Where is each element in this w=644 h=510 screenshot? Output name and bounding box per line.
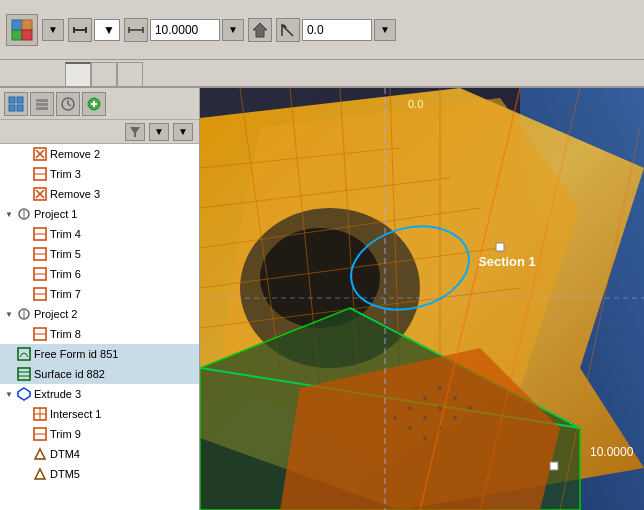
item-icon-dtm5	[32, 466, 48, 482]
item-icon-trim8	[32, 326, 48, 342]
svg-point-90	[453, 396, 457, 400]
tree-item-trim6[interactable]: Trim 6	[0, 264, 199, 284]
model-tree-header: ▼ ▼	[0, 120, 199, 144]
svg-marker-57	[35, 449, 45, 459]
item-label-trim5: Trim 5	[50, 248, 81, 260]
item-label-remove3: Remove 3	[50, 188, 100, 200]
viewport[interactable]: Section 1 10.0000 Individual Surfaces 0.…	[200, 88, 644, 510]
item-icon-trim4	[32, 226, 48, 242]
item-icon-remove2	[32, 146, 48, 162]
arrow-icon[interactable]	[248, 18, 272, 42]
tab-properties[interactable]	[117, 62, 143, 86]
svg-rect-84	[550, 462, 558, 470]
model-tree-settings-btn[interactable]: ▼	[149, 123, 169, 141]
expand-btn-project1[interactable]: ▼	[4, 209, 14, 219]
app-icon[interactable]	[6, 14, 38, 46]
item-label-trim7: Trim 7	[50, 288, 81, 300]
item-label-trim8: Trim 8	[50, 328, 81, 340]
item-label-trim9: Trim 9	[50, 428, 81, 440]
item-icon-trim6	[32, 266, 48, 282]
section-type-dropdown[interactable]: ▼	[94, 19, 120, 41]
item-label-freeform851: Free Form id 851	[34, 348, 118, 360]
tree-item-extrude3[interactable]: ▼Extrude 3	[0, 384, 199, 404]
svg-point-98	[393, 416, 397, 420]
tree-item-freeform851[interactable]: Free Form id 851	[0, 344, 199, 364]
svg-marker-10	[253, 23, 267, 37]
tab-references[interactable]	[65, 62, 91, 86]
tree-item-project2[interactable]: ▼Project 2	[0, 304, 199, 324]
item-label-intersect1: Intersect 1	[50, 408, 101, 420]
item-label-project1: Project 1	[34, 208, 77, 220]
value-input-1[interactable]	[150, 19, 220, 41]
toolbar-btn-1[interactable]: ▼	[42, 19, 64, 41]
svg-point-95	[408, 406, 412, 410]
model-tree-expand-btn[interactable]: ▼	[173, 123, 193, 141]
value-dropdown-btn-1[interactable]: ▼	[222, 19, 244, 41]
item-label-remove2: Remove 2	[50, 148, 100, 160]
panel-icons-row	[0, 88, 199, 120]
svg-rect-12	[17, 97, 23, 103]
tree-item-trim9[interactable]: Trim 9	[0, 424, 199, 444]
svg-rect-48	[18, 368, 30, 380]
svg-text:10.0000: 10.0000	[590, 445, 634, 459]
tree-item-trim7[interactable]: Trim 7	[0, 284, 199, 304]
svg-point-99	[408, 426, 412, 430]
expand-btn-trim8	[20, 329, 30, 339]
svg-rect-2	[12, 30, 22, 40]
tab-options[interactable]	[91, 62, 117, 86]
expand-btn-surface882	[4, 369, 14, 379]
tree-item-project1[interactable]: ▼Project 1	[0, 204, 199, 224]
tree-item-trim4[interactable]: Trim 4	[0, 224, 199, 244]
expand-btn-trim5	[20, 249, 30, 259]
expand-btn-extrude3[interactable]: ▼	[4, 389, 14, 399]
tree-item-trim8[interactable]: Trim 8	[0, 324, 199, 344]
svg-point-92	[423, 396, 427, 400]
value-input-2[interactable]	[302, 19, 372, 41]
tree-item-dtm4[interactable]: DTM4	[0, 444, 199, 464]
expand-btn-freeform851	[4, 349, 14, 359]
expand-btn-trim4	[20, 229, 30, 239]
svg-rect-3	[22, 30, 32, 40]
tree-icon-4[interactable]	[82, 92, 106, 116]
item-icon-remove3	[32, 186, 48, 202]
svg-marker-24	[130, 127, 140, 137]
item-label-trim6: Trim 6	[50, 268, 81, 280]
tree-item-remove3[interactable]: Remove 3	[0, 184, 199, 204]
tree-item-dtm5[interactable]: DTM5	[0, 464, 199, 484]
tree-item-trim5[interactable]: Trim 5	[0, 244, 199, 264]
svg-point-93	[438, 406, 442, 410]
measure-icon[interactable]	[68, 18, 92, 42]
svg-line-20	[68, 104, 71, 106]
expand-btn-intersect1	[20, 409, 30, 419]
expand-btn-project2[interactable]: ▼	[4, 309, 14, 319]
tree-item-trim3[interactable]: Trim 3	[0, 164, 199, 184]
model-tree-filter-btn[interactable]	[125, 123, 145, 141]
tree-icon-1[interactable]	[4, 92, 28, 116]
value-dropdown-btn-2[interactable]: ▼	[374, 19, 396, 41]
tree-item-remove2[interactable]: Remove 2	[0, 144, 199, 164]
svg-rect-16	[36, 103, 48, 106]
expand-btn-dtm4	[20, 449, 30, 459]
svg-marker-51	[18, 388, 30, 400]
tree-item-surface882[interactable]: Surface id 882	[0, 364, 199, 384]
svg-rect-1	[22, 20, 32, 30]
item-icon-trim7	[32, 286, 48, 302]
svg-rect-13	[9, 105, 15, 111]
tree-item-intersect1[interactable]: Intersect 1	[0, 404, 199, 424]
tree-icon-3[interactable]	[56, 92, 80, 116]
item-label-dtm5: DTM5	[50, 468, 80, 480]
model-tree-container: Remove 2 Trim 3 Remove 3▼Project 1 Trim …	[0, 144, 199, 510]
item-icon-extrude3	[16, 386, 32, 402]
item-icon-project2	[16, 306, 32, 322]
svg-rect-11	[9, 97, 15, 103]
item-icon-surface882	[16, 366, 32, 382]
toolbar: ▼ ▼ ▼	[0, 0, 644, 60]
expand-btn-trim9	[20, 429, 30, 439]
item-icon-trim9	[32, 426, 48, 442]
item-icon-project1	[16, 206, 32, 222]
expand-btn-dtm5	[20, 469, 30, 479]
dimension-icon	[124, 18, 148, 42]
tree-icon-2[interactable]	[30, 92, 54, 116]
svg-text:0.0: 0.0	[408, 98, 423, 110]
main-area: ▼ ▼ Remove 2 Trim 3 Remove 3▼Project 1 T…	[0, 88, 644, 510]
